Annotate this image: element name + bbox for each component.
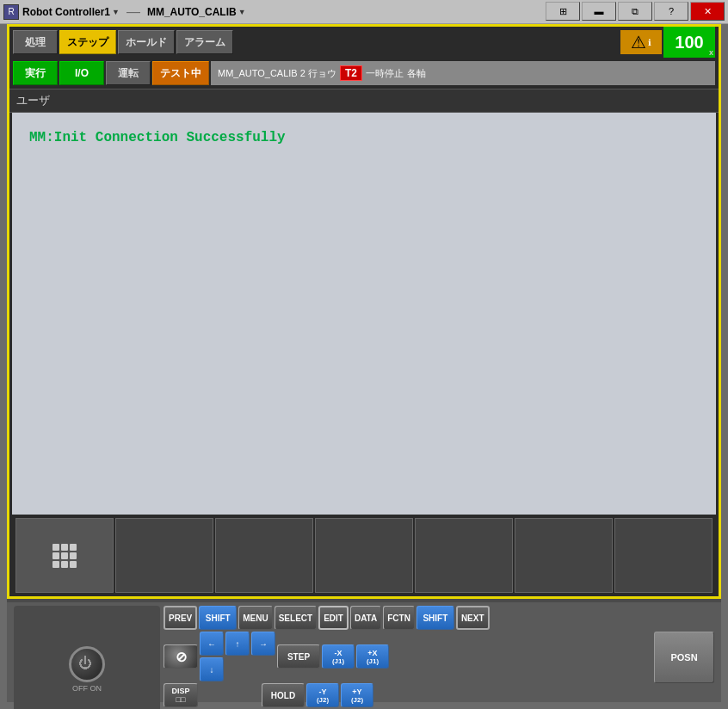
axis-text: 各軸 — [407, 67, 426, 80]
help-button[interactable]: ? — [654, 2, 688, 21]
func-btn-7[interactable] — [614, 518, 713, 593]
left-panel: ⏻ OFF ON — [14, 606, 160, 709]
pos-y-j2-key[interactable]: +Y(J2) — [341, 683, 373, 707]
status-info-bar: MM_AUTO_CALIB 2 行ョウ T2 一時停止 各軸 — [211, 61, 715, 85]
io-button[interactable]: I/O — [59, 61, 104, 85]
warning-icon: ⚠ — [631, 32, 646, 52]
status-bar-row2: 実行 I/O 運転 テスト中 MM_AUTO_CALIB 2 行ョウ T2 一時… — [9, 58, 719, 89]
edit-key[interactable]: EDIT — [318, 606, 349, 630]
neg-x-j1-key[interactable]: -X(J1) — [322, 644, 355, 669]
prev-key[interactable]: PREV — [163, 606, 197, 630]
down-arrow-key[interactable]: ↓ — [200, 657, 224, 681]
t2-badge: T2 — [340, 65, 362, 81]
func-btn-4[interactable] — [315, 518, 413, 593]
back-key[interactable]: ⊘ — [163, 644, 198, 669]
power-label: OFF ON — [72, 684, 102, 693]
icon-btn-2[interactable]: ▬ — [582, 2, 616, 21]
shift-key-left[interactable]: SHIFT — [199, 606, 237, 630]
process-button[interactable]: 処理 — [13, 30, 58, 54]
controller-dropdown[interactable]: ▼ — [112, 8, 120, 16]
main-panel: 処理 ステップ ホールド アラーム ⚠ ℹ 100 x 実行 I/O 運転 テス… — [7, 24, 721, 702]
grid-icon — [52, 544, 77, 568]
speed-display: 100 x — [663, 27, 715, 58]
grid-menu-button[interactable] — [15, 518, 114, 593]
keyboard-center: PREV SHIFT MENU SELECT EDIT DATA FCTN SH… — [163, 606, 651, 709]
key-row-3: DISP□□ HOLD -Y(J2) +Y(J2) — [163, 683, 651, 707]
power-button[interactable]: ⏻ — [69, 646, 105, 682]
program-name: MM_AUTO_CALIB — [147, 6, 237, 18]
pos-x-j1-key[interactable]: +X(J1) — [356, 644, 389, 669]
up-arrow-key[interactable]: ↑ — [225, 632, 250, 656]
pause-text: 一時停止 — [366, 67, 404, 80]
test-button[interactable]: テスト中 — [152, 61, 209, 85]
status-bar-row1: 処理 ステップ ホールド アラーム ⚠ ℹ 100 x — [9, 27, 719, 58]
right-arrow-key[interactable]: → — [251, 632, 275, 656]
data-key[interactable]: DATA — [350, 606, 381, 630]
key-row-1: PREV SHIFT MENU SELECT EDIT DATA FCTN SH… — [163, 606, 651, 630]
window-controls: ⊞ ▬ ⧉ ? ✕ — [546, 2, 725, 21]
step-button[interactable]: ステップ — [59, 30, 116, 54]
func-btn-6[interactable] — [515, 518, 613, 593]
program-dropdown[interactable]: ▼ — [238, 8, 246, 16]
power-icon: ⏻ — [78, 656, 96, 673]
disp-key[interactable]: DISP□□ — [163, 683, 198, 707]
alarm-button[interactable]: アラーム — [176, 30, 233, 54]
close-button[interactable]: ✕ — [690, 2, 725, 21]
title-bar: R Robot Controller1 ▼ — MM_AUTO_CALIB ▼ … — [0, 0, 728, 24]
right-panel: POSN — [654, 606, 714, 683]
user-area-label: ユーザ — [9, 89, 719, 113]
key-row-2: ⊘ ← ↓ ↑ → STEP -X(J1) +X(J1) — [163, 632, 651, 681]
function-button-bar — [12, 515, 716, 596]
program-info-text: MM_AUTO_CALIB 2 行ョウ — [218, 67, 336, 80]
controller-name: Robot Controller1 — [22, 6, 110, 18]
display-area: MM:Init Connection Successfully — [12, 113, 716, 515]
select-key[interactable]: SELECT — [275, 606, 317, 630]
menu-key[interactable]: MENU — [238, 606, 272, 630]
drive-button[interactable]: 運転 — [106, 61, 151, 85]
func-btn-3[interactable] — [215, 518, 313, 593]
warning-icon-box: ⚠ ℹ — [620, 30, 662, 54]
next-key[interactable]: NEXT — [456, 606, 490, 630]
restore-button[interactable]: ⧉ — [618, 2, 652, 21]
app-icon: R — [3, 4, 19, 20]
left-arrow-key[interactable]: ← — [200, 632, 224, 656]
neg-y-j2-key[interactable]: -Y(J2) — [306, 683, 339, 707]
func-btn-2[interactable] — [115, 518, 213, 593]
controller-display-area: 処理 ステップ ホールド アラーム ⚠ ℹ 100 x 実行 I/O 運転 テス… — [7, 24, 721, 599]
step-key[interactable]: STEP — [277, 644, 320, 669]
posn-button[interactable]: POSN — [654, 632, 714, 683]
func-btn-5[interactable] — [415, 518, 513, 593]
hold-key[interactable]: HOLD — [262, 683, 305, 707]
icon-btn-1[interactable]: ⊞ — [546, 2, 580, 21]
connection-message: MM:Init Connection Successfully — [29, 130, 286, 145]
shift-key-right[interactable]: SHIFT — [416, 606, 454, 630]
info-circle-icon: ℹ — [648, 38, 651, 47]
fctn-key[interactable]: FCTN — [383, 606, 415, 630]
hold-button[interactable]: ホールド — [118, 30, 175, 54]
keyboard-area: ⏻ OFF ON PREV SHIFT MENU SELECT EDIT DAT… — [7, 602, 721, 702]
execute-button[interactable]: 実行 — [13, 61, 58, 85]
